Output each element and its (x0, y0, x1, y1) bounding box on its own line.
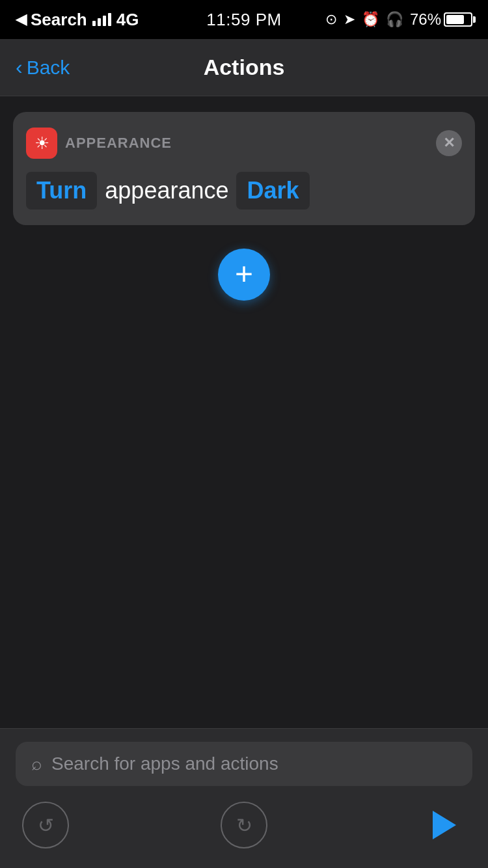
appearance-text: appearance (105, 177, 228, 204)
card-header-left: ☀ APPEARANCE (26, 128, 172, 159)
battery-indicator: 76% (410, 10, 472, 29)
appearance-icon: ☀ (26, 128, 57, 159)
nav-bar: ‹ Back Actions (0, 39, 488, 96)
page-title: Actions (204, 55, 285, 80)
plus-icon: + (235, 258, 253, 290)
lock-icon: ⊙ (325, 11, 337, 28)
card-header: ☀ APPEARANCE ✕ (26, 128, 462, 159)
carrier-arrow-icon: ◀ (16, 11, 27, 28)
alarm-icon: ⏰ (362, 11, 379, 28)
back-label: Back (27, 57, 70, 79)
dark-token[interactable]: Dark (236, 172, 309, 210)
network-type: 4G (116, 10, 139, 30)
status-time: 11:59 PM (206, 10, 281, 30)
add-action-button[interactable]: + (218, 249, 270, 301)
undo-button[interactable]: ↺ (22, 802, 69, 848)
action-card: ☀ APPEARANCE ✕ Turn appearance Dark (13, 112, 475, 225)
undo-icon: ↺ (38, 814, 54, 837)
battery-fill (446, 15, 464, 24)
search-icon: ⌕ (31, 753, 42, 774)
play-icon (433, 811, 456, 839)
status-left: ◀ Search 4G (16, 10, 139, 30)
back-button[interactable]: ‹ Back (16, 55, 70, 79)
location-icon: ➤ (344, 11, 355, 28)
battery-percent: 76% (410, 10, 441, 29)
bottom-toolbar: ↺ ↻ (16, 802, 472, 848)
add-button-container: + (13, 249, 475, 301)
search-input[interactable] (51, 753, 457, 774)
search-bar: ⌕ (16, 742, 472, 786)
battery-icon (444, 12, 472, 27)
card-category-label: APPEARANCE (65, 135, 172, 152)
headphones-icon: 🎧 (386, 11, 403, 28)
close-icon: ✕ (443, 136, 455, 150)
carrier-name: Search (31, 10, 87, 30)
redo-icon: ↻ (236, 814, 252, 837)
redo-button[interactable]: ↻ (221, 802, 267, 848)
card-body: Turn appearance Dark (26, 172, 462, 210)
main-content: ☀ APPEARANCE ✕ Turn appearance Dark + (0, 96, 488, 316)
play-button[interactable] (419, 802, 466, 848)
bottom-bar: ⌕ ↺ ↻ (0, 728, 488, 868)
turn-token[interactable]: Turn (26, 172, 97, 210)
card-close-button[interactable]: ✕ (436, 130, 462, 156)
status-right: ⊙ ➤ ⏰ 🎧 76% (325, 10, 472, 29)
signal-icon (92, 13, 111, 26)
chevron-left-icon: ‹ (16, 55, 23, 79)
status-bar: ◀ Search 4G 11:59 PM ⊙ ➤ ⏰ 🎧 76% (0, 0, 488, 39)
